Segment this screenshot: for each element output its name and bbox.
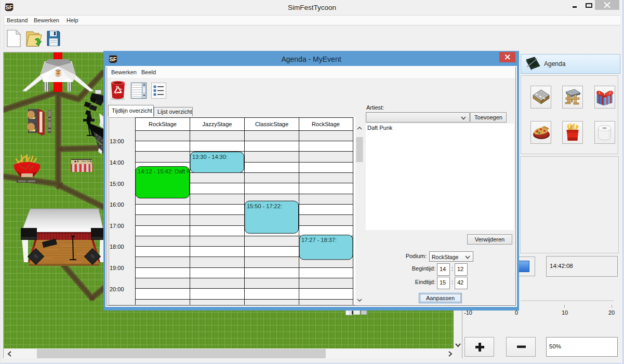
svg-text:20:00: 20:00 (110, 286, 124, 292)
svg-text:17:27 - 18:37:: 17:27 - 18:37: (301, 237, 337, 243)
svg-text:RockStage: RockStage (312, 121, 340, 127)
svg-text:JazzyStage: JazzyStage (203, 121, 232, 127)
svg-text:15:00: 15:00 (110, 181, 124, 187)
svg-text:ClassicStage: ClassicStage (255, 121, 288, 127)
svg-text:15:50 - 17:22:: 15:50 - 17:22: (247, 203, 282, 209)
svg-text:13:00: 13:00 (110, 138, 124, 144)
svg-text:19:00: 19:00 (110, 265, 124, 271)
svg-text:14:00: 14:00 (110, 159, 124, 166)
svg-text:17:00: 17:00 (110, 223, 124, 229)
svg-text:18:00: 18:00 (110, 244, 124, 250)
svg-text:RockStage: RockStage (149, 121, 177, 127)
svg-text:13:30 - 14:30:: 13:30 - 14:30: (192, 154, 228, 160)
svg-text:16:00: 16:00 (110, 201, 124, 208)
